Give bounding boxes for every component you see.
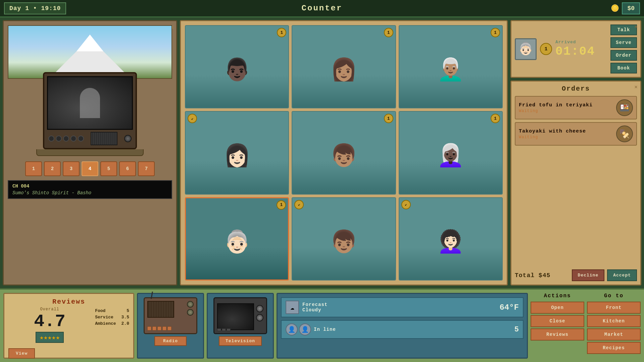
tv-small-knob-2[interactable] xyxy=(256,314,263,321)
radio-small-btn-4[interactable] xyxy=(162,326,166,330)
goto-panel: Go to Front Kitchen Market Recipes xyxy=(587,293,641,359)
weather-temp: 64°F xyxy=(499,303,519,312)
order-button[interactable]: Order xyxy=(610,50,637,61)
tv-screen xyxy=(47,76,133,130)
customer-slot-4[interactable]: 👩🏻 ↙ xyxy=(185,111,289,194)
order-status-1: Waiting xyxy=(519,109,613,113)
reviews-food-row: Food 5 xyxy=(95,308,129,313)
customer-timer-9: ↙ xyxy=(401,200,411,209)
tv-small-body xyxy=(213,297,267,334)
serve-button[interactable]: Serve xyxy=(610,37,637,48)
arrived-time: 01:04 xyxy=(555,45,607,58)
close-button[interactable]: Close xyxy=(531,315,584,327)
recipes-button[interactable]: Recipes xyxy=(587,342,641,354)
customer-slot-3[interactable]: 👨🏽‍🦳 1 xyxy=(399,25,503,108)
food-score: 5 xyxy=(127,308,129,313)
tv-knob[interactable] xyxy=(124,135,132,142)
tv-button-1[interactable] xyxy=(48,136,54,142)
radio-small-btn-5[interactable] xyxy=(167,326,171,330)
radio-button[interactable]: Radio xyxy=(154,336,187,346)
tv-small-knob-1[interactable] xyxy=(256,305,263,312)
arrived-section: Arrived 01:04 xyxy=(555,40,607,58)
order-text-2: Takoyaki with cheese Waiting xyxy=(519,128,613,140)
customer-slot-7[interactable]: 👵🏻 1 xyxy=(185,197,289,280)
radio-small-btn-1[interactable] xyxy=(147,326,151,330)
customer-avatar-8: 👦🏽 xyxy=(292,198,395,280)
money-display: $0 xyxy=(622,2,640,14)
channel-btn-1[interactable]: 1 xyxy=(25,161,42,176)
channel-btn-5[interactable]: 5 xyxy=(100,161,117,176)
page-title: Counter xyxy=(302,4,343,13)
view-reviews-button[interactable]: View xyxy=(8,348,35,359)
weather-condition: Cloudy xyxy=(302,307,328,313)
accept-button[interactable]: Accept xyxy=(607,269,637,281)
radio-small-btn-2[interactable] xyxy=(152,326,156,330)
television-button[interactable]: Television xyxy=(219,336,262,346)
ambience-label: Ambience xyxy=(95,321,116,326)
reviews-stars: ★★★★★ xyxy=(36,332,64,343)
customer-timer-8: ↙ xyxy=(294,200,304,209)
tv-button-5[interactable] xyxy=(78,136,84,142)
day-time-display: Day 1 • 19:10 xyxy=(4,2,66,14)
channel-btn-4[interactable]: 4 xyxy=(82,161,98,176)
customer-avatar-5: 👦🏽 xyxy=(292,112,395,194)
radio-controls xyxy=(187,301,194,316)
front-button[interactable]: Front xyxy=(587,302,641,314)
customer-avatar-9: 👩🏻‍🦱 xyxy=(399,198,502,280)
talk-button[interactable]: Talk xyxy=(610,24,637,35)
radio-knob-2[interactable] xyxy=(187,309,194,316)
customer-slot-6[interactable]: 👩🏿‍🦳 1 xyxy=(399,111,503,194)
reviews-layout: Overall 4.7 ★★★★★ View Food 5 Service 3.… xyxy=(8,307,129,359)
customer-timer-5: 1 xyxy=(384,114,393,123)
order-name-1: Fried tofu in teriyaki xyxy=(519,102,613,108)
radio-small-btn-3[interactable] xyxy=(157,326,161,330)
customer-info-panel: ✕ 👵🏻 1 Arrived 01:04 Talk Serve Order Bo… xyxy=(510,20,641,78)
channel-btn-2[interactable]: 2 xyxy=(44,161,61,176)
order-item-2[interactable]: Takoyaki with cheese Waiting 🍢 xyxy=(515,122,637,146)
inline-avatars: 👤 👤 xyxy=(286,323,311,335)
ambience-score: 2.0 xyxy=(121,321,129,326)
open-button[interactable]: Open xyxy=(531,302,584,314)
tv-set xyxy=(43,72,137,149)
customer-avatar-3: 👨🏽‍🦳 xyxy=(399,26,502,108)
customer-slot-5[interactable]: 👦🏽 1 xyxy=(292,111,396,194)
customer-timer-2: 1 xyxy=(384,28,393,37)
customer-timer-7: 1 xyxy=(277,200,286,210)
forecast-row: ☁️ Forecast Cloudy 64°F xyxy=(281,297,524,317)
customer-avatar-7: 👵🏻 xyxy=(186,198,288,279)
reviews-action-button[interactable]: Reviews xyxy=(531,328,584,341)
customer-slot-9[interactable]: 👩🏻‍🦱 ↙ xyxy=(399,197,503,280)
kitchen-button[interactable]: Kitchen xyxy=(587,315,641,327)
order-food-img-2: 🍢 xyxy=(616,125,633,142)
customer-slot-2[interactable]: 👩🏽 1 xyxy=(292,25,396,108)
channel-btn-6[interactable]: 6 xyxy=(119,161,136,176)
tv-button-4[interactable] xyxy=(70,136,77,142)
order-item-1[interactable]: Fried tofu in teriyaki Waiting 🍱 xyxy=(515,96,637,119)
radio-knob-1[interactable] xyxy=(187,301,194,308)
market-button[interactable]: Market xyxy=(587,328,641,341)
channel-btn-3[interactable]: 3 xyxy=(63,161,80,176)
radio-buttons-row xyxy=(147,326,171,330)
customer-slot-8[interactable]: 👦🏽 ↙ xyxy=(292,197,396,280)
in-line-label: In line xyxy=(314,327,336,332)
mountain-snow xyxy=(77,35,103,51)
channel-btn-7[interactable]: 7 xyxy=(138,161,155,176)
tv-small-btn-1[interactable] xyxy=(217,328,221,331)
tv-speaker xyxy=(91,132,117,145)
tv-button-2[interactable] xyxy=(56,136,62,142)
tv-small-btn-2[interactable] xyxy=(222,328,226,331)
customer-timer-large: 1 xyxy=(540,43,552,55)
orders-close-icon[interactable]: ✕ xyxy=(634,84,638,90)
reviews-panel: Reviews Overall 4.7 ★★★★★ View Food 5 Se… xyxy=(3,293,134,359)
customer-avatar-2: 👩🏽 xyxy=(292,26,395,108)
goto-title: Go to xyxy=(587,293,641,299)
tv-small-btn-3[interactable] xyxy=(227,328,231,331)
book-button[interactable]: Book xyxy=(610,63,637,73)
weather-panel: ☁️ Forecast Cloudy 64°F 👤 👤 In line 5 xyxy=(277,293,528,359)
customer-info-close-icon[interactable]: ✕ xyxy=(634,23,638,30)
customer-slot-1[interactable]: 👨🏿 1 xyxy=(185,25,289,108)
decline-button[interactable]: Decline xyxy=(572,269,605,281)
customer-avatar-4: 👩🏻 xyxy=(186,112,288,194)
counter-panel: 👨🏿 1 👩🏽 1 👨🏽‍🦳 1 👩🏻 ↙ 👦🏽 1 👩🏿‍🦳 1 👵🏻 xyxy=(180,20,508,286)
tv-button-3[interactable] xyxy=(63,136,69,142)
